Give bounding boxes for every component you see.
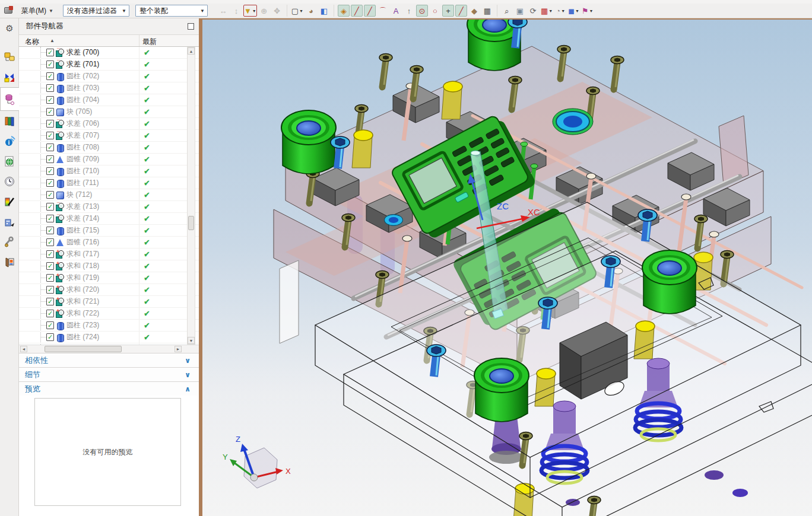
history-icon[interactable]	[0, 171, 19, 192]
scroll-up-icon[interactable]: ▲	[188, 47, 195, 55]
feature-row[interactable]: ✓+求和 (717)✔	[19, 249, 199, 260]
feature-label[interactable]: 求和 (722)	[66, 308, 99, 318]
section-details[interactable]: 细节 ∨	[19, 367, 199, 381]
feature-row[interactable]: ✓圆柱 (708)✔	[19, 142, 199, 154]
refresh-icon[interactable]: ⟳	[527, 5, 539, 17]
snap-midpoint-icon[interactable]: ╱	[364, 5, 376, 17]
feature-label[interactable]: 求和 (721)	[66, 297, 99, 307]
view-orient-cube-icon[interactable]: ◼▼	[567, 5, 580, 17]
chevron-down-icon[interactable]: ▼	[575, 9, 579, 13]
feature-checkbox[interactable]: ✓	[46, 144, 54, 151]
snap-point-enable-icon[interactable]: ◈	[338, 5, 350, 17]
scroll-left-icon[interactable]: ◄	[20, 346, 27, 352]
feature-row[interactable]: ✓圆柱 (715)✔	[19, 225, 199, 237]
feature-row[interactable]: ✓+求和 (718)✔	[19, 260, 199, 272]
feature-row[interactable]: ✓+求和 (720)✔	[19, 284, 199, 296]
feature-row[interactable]: ✓圆柱 (724)✔	[19, 332, 199, 343]
feature-checkbox[interactable]: ✓	[46, 333, 54, 341]
feature-checkbox[interactable]: ✓	[46, 191, 54, 199]
chevron-down-icon[interactable]: ∨	[185, 356, 191, 365]
feature-label[interactable]: 圆柱 (715)	[66, 225, 99, 235]
feature-checkbox[interactable]: ✓	[46, 286, 54, 294]
feature-checkbox[interactable]: ✓	[46, 120, 54, 128]
feature-checkbox[interactable]: ✓	[46, 179, 54, 187]
feature-label[interactable]: 求差 (713)	[66, 202, 99, 212]
sort-ascending-icon[interactable]: ▲	[50, 38, 55, 43]
mold-assembly-model[interactable]: ZC XC	[202, 20, 812, 516]
feature-checkbox[interactable]: ✓	[46, 215, 54, 222]
snap-arc-center-icon[interactable]: ⊙	[416, 5, 428, 17]
section-preview[interactable]: 预览 ∧	[19, 381, 199, 396]
feature-checkbox[interactable]: ✓	[46, 238, 54, 246]
feature-label[interactable]: 圆柱 (708)	[66, 142, 99, 152]
feature-label[interactable]: 求差 (706)	[66, 119, 99, 129]
section-dependencies[interactable]: 相依性 ∨	[19, 353, 199, 367]
feature-label[interactable]: 圆柱 (724)	[66, 332, 99, 342]
roles-gear-icon[interactable]: ⚙	[0, 18, 19, 39]
scrollbar-thumb[interactable]	[45, 346, 122, 352]
snap-pole-icon[interactable]: A	[390, 5, 402, 17]
feature-label[interactable]: 求和 (719)	[66, 273, 99, 283]
feature-checkbox[interactable]: ✓	[46, 72, 54, 80]
constraint-navigator-icon[interactable]	[0, 67, 19, 87]
graphics-viewport[interactable]: ZC XC	[199, 18, 812, 516]
feature-row[interactable]: ✓圆锥 (716)✔	[19, 237, 199, 249]
feature-label[interactable]: 求差 (714)	[66, 214, 99, 224]
chevron-up-icon[interactable]: ∧	[185, 385, 191, 393]
feature-checkbox[interactable]: ✓	[46, 84, 54, 92]
find-in-window-icon[interactable]: ⌕	[501, 5, 513, 17]
feature-row[interactable]: ✓圆柱 (703)✔	[19, 82, 199, 94]
roles-palette-icon[interactable]	[0, 252, 19, 272]
feature-row[interactable]: ✓圆柱 (711)✔	[19, 177, 199, 189]
work-part-filter-icon[interactable]: ▼▼	[243, 5, 257, 17]
snap-point-on-curve-icon[interactable]: ╱	[455, 5, 467, 17]
snap-endpoint-icon[interactable]: ╱	[351, 5, 363, 17]
capture-image-icon[interactable]: ▣	[514, 5, 526, 17]
chevron-down-icon[interactable]: ▼	[548, 9, 553, 13]
feature-label[interactable]: 圆柱 (711)	[66, 178, 99, 188]
feature-checkbox[interactable]: ✓	[46, 132, 54, 139]
feature-row[interactable]: ✓¯求差 (701)✔	[19, 59, 199, 71]
web-browser-icon[interactable]	[0, 151, 19, 171]
feature-checkbox[interactable]: ✓	[46, 227, 54, 234]
feature-row[interactable]: ✓+求和 (719)✔	[19, 272, 199, 284]
snap-grid-point-icon[interactable]: ▦	[481, 5, 493, 17]
feature-checkbox[interactable]: ✓	[46, 96, 54, 104]
chevron-down-icon[interactable]: ▼	[252, 9, 256, 13]
assembly-navigator-icon[interactable]	[0, 47, 19, 67]
feature-row[interactable]: ✓¯求差 (707)✔	[19, 130, 199, 142]
manufacturing-wizard-icon[interactable]	[0, 212, 19, 232]
feature-checkbox[interactable]: ✓	[46, 262, 54, 270]
feature-label[interactable]: 圆柱 (702)	[66, 71, 99, 81]
selection-rectangle-icon[interactable]: ▢▼	[291, 5, 304, 17]
tree-vertical-scrollbar[interactable]: ▲ ▼	[187, 47, 195, 345]
process-studio-icon[interactable]	[0, 192, 19, 212]
assembly-sequence-icon[interactable]: ↔	[217, 5, 229, 17]
feature-checkbox[interactable]: ✓	[46, 274, 54, 282]
feature-row[interactable]: ✓+求和 (722)✔	[19, 308, 199, 320]
float-panel-icon[interactable]	[188, 23, 194, 30]
display-mode-icon[interactable]: ◔▼	[554, 5, 566, 17]
snap-quadrant-icon[interactable]: ↑	[403, 5, 415, 17]
reuse-library-icon[interactable]	[0, 111, 19, 131]
feature-checkbox[interactable]: ✓	[46, 49, 54, 56]
feature-row[interactable]: ✓¯求差 (713)✔	[19, 201, 199, 213]
feature-row[interactable]: ✓¯求差 (700)✔	[19, 47, 199, 59]
machining-tools-icon[interactable]	[0, 232, 19, 252]
snap-intersection-icon[interactable]: +	[442, 5, 454, 17]
feature-label[interactable]: 求和 (720)	[66, 285, 99, 295]
part-navigator-icon[interactable]	[0, 87, 19, 111]
feature-row[interactable]: ✓+求和 (721)✔	[19, 296, 199, 308]
feature-label[interactable]: 求和 (717)	[66, 249, 99, 259]
chevron-down-icon[interactable]: ∨	[185, 371, 191, 379]
feature-label[interactable]: 圆柱 (710)	[66, 166, 99, 176]
feature-checkbox[interactable]: ✓	[46, 321, 54, 329]
feature-row[interactable]: ✓¯求差 (706)✔	[19, 118, 199, 130]
feature-checkbox[interactable]: ✓	[46, 203, 54, 211]
feature-label[interactable]: 求差 (700)	[66, 47, 99, 58]
scroll-down-icon[interactable]: ▼	[188, 337, 195, 344]
feature-checkbox[interactable]: ✓	[46, 60, 54, 68]
feature-label[interactable]: 圆锥 (709)	[66, 154, 99, 164]
snap-circle-icon[interactable]: ○	[429, 5, 441, 17]
suppress-filter-icon[interactable]: ↕	[230, 5, 242, 17]
